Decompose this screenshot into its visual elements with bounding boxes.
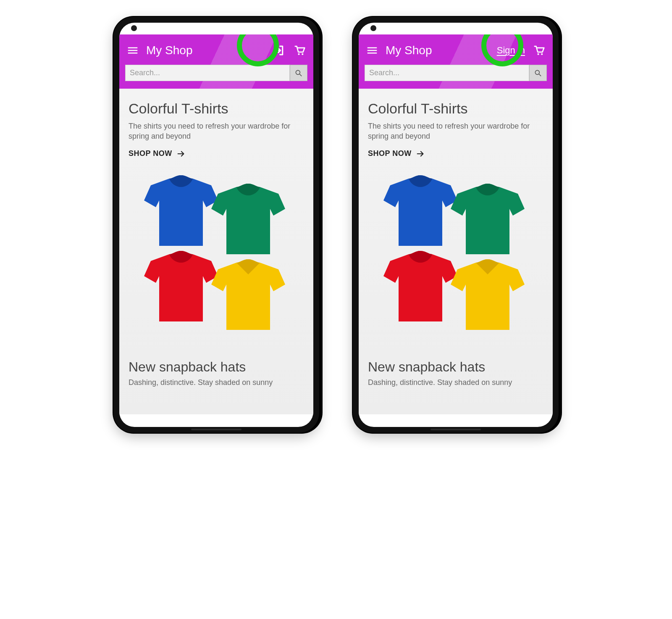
tshirt-yellow (204, 253, 292, 337)
search-icon (534, 69, 542, 77)
app-bar: My Shop (119, 34, 313, 89)
cart-button[interactable] (532, 43, 547, 58)
svg-line-7 (539, 74, 541, 76)
section-hats-title: New snapback hats (368, 359, 543, 375)
search-icon (294, 69, 303, 77)
svg-point-5 (541, 53, 543, 55)
signin-link[interactable]: Sign in (496, 43, 526, 58)
hero-image (368, 164, 543, 349)
shop-now-label: SHOP NOW (368, 149, 412, 158)
search-button[interactable] (529, 65, 547, 81)
section-hats: New snapback hats Dashing, distinctive. … (368, 359, 543, 387)
search-row (125, 65, 307, 81)
svg-point-1 (302, 53, 303, 55)
section-hats-subtitle: Dashing, distinctive. Stay shaded on sun… (129, 378, 304, 387)
section-hats-subtitle: Dashing, distinctive. Stay shaded on sun… (368, 378, 543, 387)
menu-button[interactable] (125, 43, 140, 58)
hero-subtitle: The shirts you need to refresh your ward… (368, 121, 543, 142)
cart-icon (533, 44, 546, 57)
hamburger-icon (126, 44, 139, 57)
search-input[interactable] (365, 65, 529, 81)
svg-point-4 (537, 53, 539, 55)
search-row (365, 65, 547, 81)
shop-now-button[interactable]: SHOP NOW (368, 149, 425, 158)
svg-point-6 (535, 70, 539, 74)
svg-point-2 (296, 70, 300, 74)
hero-title: Colorful T-shirts (368, 100, 543, 117)
app-title: My Shop (146, 44, 265, 57)
shop-now-label: SHOP NOW (129, 149, 172, 158)
login-icon (273, 44, 285, 57)
phone-camera (370, 25, 376, 31)
app-bar: My Shop Sign in (359, 34, 553, 89)
menu-button[interactable] (365, 43, 380, 58)
app-title: My Shop (386, 44, 490, 57)
page-content: Colorful T-shirts The shirts you need to… (119, 89, 313, 414)
hero-image (129, 164, 304, 349)
arrow-right-icon (416, 149, 425, 158)
tshirt-yellow (444, 253, 532, 337)
phone-mockup-icon-signin: My Shop (113, 17, 319, 433)
hero-title: Colorful T-shirts (129, 100, 304, 117)
hero-subtitle: The shirts you need to refresh your ward… (129, 121, 304, 142)
search-input[interactable] (125, 65, 290, 81)
section-hats: New snapback hats Dashing, distinctive. … (129, 359, 304, 387)
search-button[interactable] (290, 65, 307, 81)
cart-icon (294, 44, 306, 57)
arrow-right-icon (176, 149, 186, 158)
svg-line-3 (300, 74, 302, 76)
phone-camera (131, 25, 137, 31)
shop-now-button[interactable]: SHOP NOW (129, 149, 186, 158)
svg-point-0 (298, 53, 299, 55)
signin-button[interactable] (271, 43, 286, 58)
page-content: Colorful T-shirts The shirts you need to… (359, 89, 553, 414)
phone-mockup-text-signin: My Shop Sign in (353, 17, 559, 433)
hamburger-icon (366, 44, 378, 57)
section-hats-title: New snapback hats (129, 359, 304, 375)
cart-button[interactable] (292, 43, 307, 58)
